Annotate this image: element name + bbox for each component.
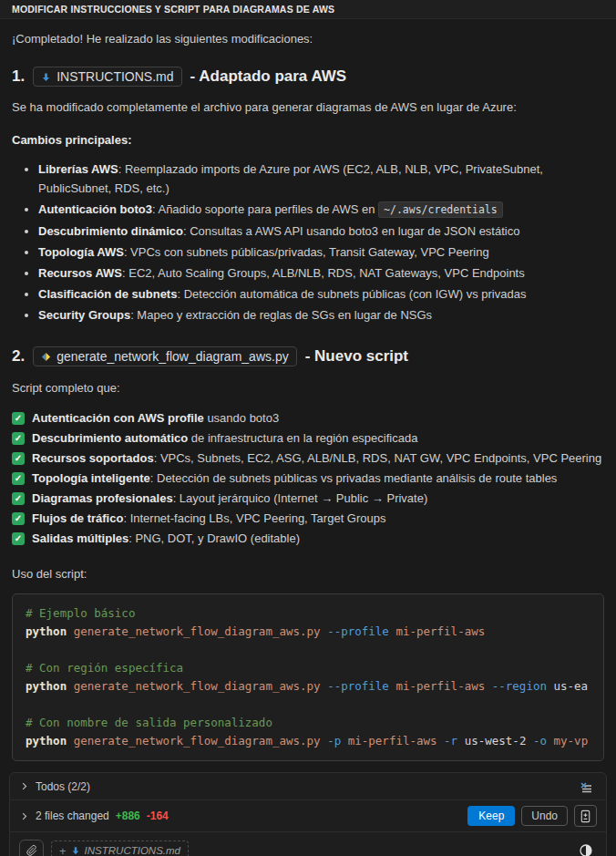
file-chip-script[interactable]: generate_network_flow_diagram_aws.py [33, 346, 296, 366]
list-item: ✓ Flujos de tráfico: Internet-facing LBs… [12, 510, 604, 528]
section2-description: Script completo que: [12, 380, 604, 397]
code-block: # Ejemplo básicopython generate_network_… [12, 593, 604, 761]
section1-number: 1. [12, 67, 25, 86]
check-text: Recursos soportados: VPCs, Subnets, EC2,… [32, 449, 601, 468]
check-icon: ✓ [12, 432, 25, 445]
python-file-icon [41, 352, 51, 362]
section2-number: 2. [12, 347, 25, 366]
check-text: Flujos de tráfico: Internet-facing LBs, … [32, 510, 385, 528]
files-changed-row[interactable]: 2 files changed +886 -164 Keep Undo [10, 800, 606, 832]
attach-button[interactable] [19, 840, 44, 856]
markdown-file-icon [41, 72, 51, 82]
section2-heading: 2. generate_network_flow_diagram_aws.py … [12, 346, 604, 366]
check-icon: ✓ [12, 452, 25, 465]
list-item: ✓ Recursos soportados: VPCs, Subnets, EC… [12, 449, 604, 468]
todo-checklist-icon[interactable] [574, 776, 597, 798]
usage-label: Uso del script: [12, 566, 604, 583]
section1-description: Se ha modificado completamente el archiv… [12, 99, 604, 116]
keep-button[interactable]: Keep [467, 806, 515, 826]
check-icon: ✓ [12, 512, 25, 525]
lines-removed: -164 [147, 810, 169, 822]
chat-response: ¡Completado! He realizado las siguientes… [0, 31, 616, 761]
list-item: Topología AWS: VPCs con subnets públicas… [38, 242, 604, 262]
chevron-right-icon [19, 781, 29, 791]
section1-heading: 1. INSTRUCTIONS.md - Adaptado para AWS [12, 67, 604, 87]
file-chip-instructions[interactable]: INSTRUCTIONS.md [33, 67, 181, 87]
chevron-right-icon [19, 811, 29, 821]
files-changed-label: 2 files changed [36, 810, 109, 822]
check-text: Autenticación con AWS profile usando bot… [32, 409, 279, 428]
file-chip-label: generate_network_flow_diagram_aws.py [56, 349, 288, 364]
attachment-plus: + [59, 844, 67, 856]
section2-suffix: - Nuevo script [305, 347, 408, 366]
check-text: Descubrimiento automático de infraestruc… [32, 429, 417, 448]
contrast-toggle-icon[interactable] [574, 840, 597, 856]
view-diff-icon[interactable] [574, 805, 597, 827]
list-item: ✓ Topología inteligente: Detección de su… [12, 469, 604, 488]
conversation-title: MODIFICAR INSTRUCCIONES Y SCRIPT PARA DI… [12, 4, 334, 15]
file-chip-label: INSTRUCTIONS.md [56, 69, 173, 84]
check-icon: ✓ [12, 532, 25, 545]
paperclip-icon [26, 844, 38, 856]
markdown-file-icon [71, 846, 80, 855]
list-item: Recursos AWS: EC2, Auto Scaling Groups, … [38, 263, 604, 283]
check-icon: ✓ [12, 492, 25, 505]
attachment-name: INSTRUCTIONS.md [85, 845, 180, 856]
lines-added: +886 [116, 810, 140, 822]
section1-suffix: - Adaptado para AWS [190, 67, 347, 86]
code-content: # Ejemplo básicopython generate_network_… [26, 604, 590, 750]
list-item: Descubrimiento dinámico: Consultas a AWS… [38, 222, 604, 241]
list-item: Clasificación de subnets: Detección auto… [38, 284, 604, 304]
list-item: Security Groups: Mapeo y extracción de r… [38, 305, 604, 325]
list-item: Autenticación boto3: Añadido soporte par… [38, 200, 604, 220]
changes-list: Librerías AWS: Reemplazado imports de Az… [12, 160, 604, 325]
changes-title: Cambios principales: [12, 133, 604, 147]
list-item: Librerías AWS: Reemplazado imports de Az… [38, 160, 604, 198]
list-item: ✓ Salidas múltiples: PNG, DOT, y DrawIO … [12, 530, 604, 548]
list-item: ✓ Autenticación con AWS profile usando b… [12, 409, 604, 428]
conversation-title-bar: MODIFICAR INSTRUCCIONES Y SCRIPT PARA DI… [0, 0, 616, 19]
intro-text: ¡Completado! He realizado las siguientes… [12, 31, 604, 47]
feature-checklist: ✓ Autenticación con AWS profile usando b… [12, 409, 604, 548]
attachment-chip-instructions[interactable]: + INSTRUCTIONS.md [51, 841, 189, 856]
todos-label: Todos (2/2) [36, 780, 90, 793]
check-text: Diagramas profesionales: Layout jerárqui… [32, 490, 427, 508]
check-icon: ✓ [12, 472, 25, 485]
check-text: Topología inteligente: Detección de subn… [32, 469, 557, 488]
chat-input-widget: Todos (2/2) 2 files changed +886 -164 Ke… [9, 772, 607, 856]
list-item: ✓ Diagramas profesionales: Layout jerárq… [12, 490, 604, 508]
check-text: Salidas múltiples: PNG, DOT, y DrawIO (e… [32, 530, 300, 548]
todos-row[interactable]: Todos (2/2) [10, 773, 606, 800]
check-icon: ✓ [12, 412, 25, 425]
undo-button[interactable]: Undo [521, 806, 568, 826]
attachments-row: + INSTRUCTIONS.md [10, 832, 606, 856]
list-item: ✓ Descubrimiento automático de infraestr… [12, 429, 604, 448]
